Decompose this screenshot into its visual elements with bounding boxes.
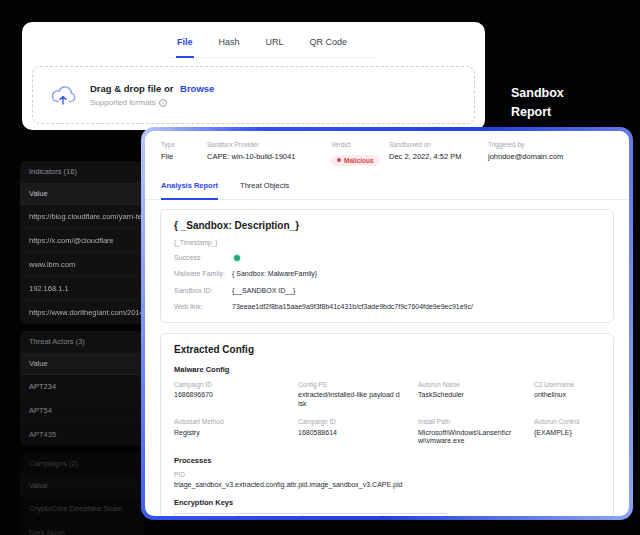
config-field-label: Campaign ID xyxy=(174,381,290,389)
meta-provider-label: Sandbox Provider xyxy=(207,141,323,148)
browse-link[interactable]: Browse xyxy=(180,83,214,94)
config-field-value: Microsoft\Windows\Lansent\crwi\vmware.ex… xyxy=(418,429,526,447)
campaigns-column-header: Value xyxy=(20,476,144,497)
sandbox-report-title-line1: Sandbox xyxy=(511,84,564,103)
indicator-row[interactable]: https://x.com/@cloudflare xyxy=(20,229,144,253)
extracted-config-title: Extracted Config xyxy=(174,344,600,355)
malware-family-label: Malware Family: xyxy=(174,270,232,278)
config-field-label: Autostart Method xyxy=(174,418,290,426)
indicators-header: Indicators (16) xyxy=(20,161,144,184)
config-field-value: onthelinux xyxy=(534,391,600,400)
tab-threat-objects[interactable]: Threat Objects xyxy=(240,174,289,199)
tab-hash[interactable]: Hash xyxy=(218,30,241,57)
meta-sandboxed-on: Sandboxed on Dec 2, 2022, 4:52 PM xyxy=(389,141,488,166)
pid-value: triage_sandbox_v3.extracted.config.attr.… xyxy=(174,481,600,488)
sandbox-id-label: Sandbox ID: xyxy=(174,287,232,295)
config-field: Autostart Method Registry xyxy=(174,418,290,446)
threat-actors-header: Threat Actors (3) xyxy=(20,331,144,354)
report-tabs: Analysis Report Threat Objects xyxy=(145,174,629,200)
meta-type-label: Type xyxy=(161,141,199,148)
report-content: { _Sandbox: Description_} {_Timestamp_} … xyxy=(145,200,629,516)
sandbox-id-value: {__SANDBOX ID__} xyxy=(232,287,295,295)
value-column-header: Value xyxy=(303,514,383,516)
tab-qr-code[interactable]: QR Code xyxy=(309,30,349,57)
config-field-value: TaskScheduler xyxy=(418,391,526,400)
description-timestamp: {_Timestamp_} xyxy=(174,239,600,246)
cloud-upload-icon xyxy=(50,84,76,107)
encryption-keys-header-row: Key Type Value Sandbox : VM xyxy=(175,514,447,516)
meta-sandbox-provider: Sandbox Provider CAPE: win-10-build-1904… xyxy=(207,141,331,166)
report-meta-row: Type File Sandbox Provider CAPE: win-10-… xyxy=(145,131,629,174)
description-box: { _Sandbox: Description_} {_Timestamp_} … xyxy=(160,209,614,323)
page-background: File Hash URL QR Code Drag & drop file o… xyxy=(0,0,640,535)
verdict-badge-text: Malicious xyxy=(344,157,374,164)
meta-verdict: Verdict Malicious xyxy=(331,141,389,166)
web-link-label: Web link: xyxy=(174,303,232,311)
config-field-label: Config PE xyxy=(298,381,410,389)
success-label: Success xyxy=(174,254,232,262)
processes-title: Processes xyxy=(174,456,600,465)
threat-intel-sidebar: Indicators (16) Value https://blog.cloud… xyxy=(20,161,144,535)
upload-tabs: File Hash URL QR Code xyxy=(170,30,376,58)
indicator-row[interactable]: www.ibm.com xyxy=(20,253,144,277)
campaign-row[interactable]: Dark Noon xyxy=(20,521,144,535)
meta-sandboxed-on-label: Sandboxed on xyxy=(389,141,480,148)
threat-actors-column-header: Value xyxy=(20,354,144,375)
info-icon[interactable]: i xyxy=(159,99,167,107)
threat-actor-row[interactable]: APT234 xyxy=(20,375,144,399)
supported-formats-label: Supported formats xyxy=(90,98,156,107)
meta-triggered-by-value: johndoe@domain.com xyxy=(488,152,605,161)
config-field-value: {EXAMPLE} xyxy=(534,429,600,438)
type-column-header: Type xyxy=(239,514,303,516)
config-field-label: Install Path xyxy=(418,418,526,426)
meta-triggered-by: Triggered by johndoe@domain.com xyxy=(488,141,613,166)
config-field: Autorun Name TaskScheduler xyxy=(418,381,526,409)
meta-verdict-label: Verdict xyxy=(331,141,381,148)
description-row-sandbox-id: Sandbox ID: {__SANDBOX ID__} xyxy=(174,287,600,295)
description-title: { _Sandbox: Description_} xyxy=(174,220,600,231)
threat-actor-row[interactable]: APT435 xyxy=(20,423,144,446)
threat-actor-row[interactable]: APT54 xyxy=(20,399,144,423)
config-field: C2 Username onthelinux xyxy=(534,381,600,409)
campaigns-header: Campaigns (2) xyxy=(20,453,144,476)
meta-type: Type File xyxy=(161,141,207,166)
config-field-label: Autorun Control xyxy=(534,418,600,426)
encryption-keys-table: Key Type Value Sandbox : VM aes_key aes.… xyxy=(174,513,447,516)
meta-provider-value: CAPE: win-10-build-19041 xyxy=(207,152,323,161)
tab-file[interactable]: File xyxy=(176,30,194,58)
indicators-column-header: Value xyxy=(20,184,144,205)
report-gradient-border: Type File Sandbox Provider CAPE: win-10-… xyxy=(141,127,633,520)
description-row-success: Success xyxy=(174,254,600,262)
config-field-label: Campaign ID xyxy=(298,418,410,426)
indicator-row[interactable]: https://blog.cloudflare.com/yarn-test- xyxy=(20,205,144,229)
malware-config-subtitle: Malware Config xyxy=(174,365,600,374)
tab-url[interactable]: URL xyxy=(265,30,285,57)
config-field: Autorun Control {EXAMPLE} xyxy=(534,418,600,446)
config-field-value: 1680588614 xyxy=(298,429,410,438)
meta-triggered-by-label: Triggered by xyxy=(488,141,605,148)
verdict-dot-icon xyxy=(337,158,341,162)
campaign-row[interactable]: CryptoCore Deepfake Scam xyxy=(20,497,144,521)
dropzone-text: Drag & drop file or Browse Supported for… xyxy=(90,83,214,107)
sandbox-report-card: Type File Sandbox Provider CAPE: win-10-… xyxy=(145,131,629,516)
web-link-value[interactable]: 73eeae1df2f8ba15aae9a9f3f8b41c431b/cf3ad… xyxy=(232,303,473,311)
file-dropzone[interactable]: Drag & drop file or Browse Supported for… xyxy=(32,66,475,124)
config-field-label: C2 Username xyxy=(534,381,600,389)
campaigns-section: Campaigns (2) Value CryptoCore Deepfake … xyxy=(20,453,144,535)
threat-actors-section: Threat Actors (3) Value APT234 APT54 APT… xyxy=(20,331,144,446)
indicator-row[interactable]: https://www.dorithegiant.com/2014/05/w xyxy=(20,301,144,324)
meta-sandboxed-on-value: Dec 2, 2022, 4:52 PM xyxy=(389,152,480,161)
success-status-icon xyxy=(234,255,240,261)
upload-card: File Hash URL QR Code Drag & drop file o… xyxy=(22,22,485,130)
config-field-value: Registry xyxy=(174,429,290,438)
indicator-row[interactable]: 192.168.1.1 xyxy=(20,277,144,301)
pid-label: PID xyxy=(174,471,600,478)
tab-analysis-report[interactable]: Analysis Report xyxy=(161,174,218,200)
config-field-label: Autorun Name xyxy=(418,381,526,389)
sandbox-vm-column-header: Sandbox : VM xyxy=(383,514,447,516)
indicators-section: Indicators (16) Value https://blog.cloud… xyxy=(20,161,144,324)
config-field: Campaign ID 1680588614 xyxy=(298,418,410,446)
description-row-malware-family: Malware Family: { Sandbox: MalwareFamily… xyxy=(174,270,600,278)
config-field: Install Path Microsoft\Windows\Lansent\c… xyxy=(418,418,526,446)
meta-type-value: File xyxy=(161,152,199,161)
